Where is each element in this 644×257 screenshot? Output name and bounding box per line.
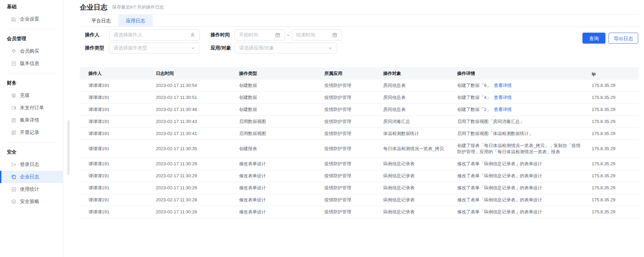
cell-app: 疫情防护管理 <box>319 104 378 116</box>
filter-row-2: 操作类型 请选择操作类型 应用/对象 请选择应用/对象 <box>80 43 638 54</box>
cell-ip: 175.8.35.29 <box>586 80 638 92</box>
operator-input[interactable]: 请选择操作人 <box>109 30 200 41</box>
cell-object: 房间消毒汇总 <box>378 116 452 128</box>
cell-operator: 谭谭谭191 <box>80 182 150 194</box>
detail-text: 修改了表单「病例信息记录表」的表单设计 <box>457 209 542 214</box>
sidebar-divider <box>7 73 56 74</box>
detail-text: 修改了表单「病例信息记录表」的表单设计 <box>457 173 542 178</box>
cell-time: 2023-02-17 11:30:29 <box>150 158 234 170</box>
tab-app-log[interactable]: 应用日志 <box>118 15 153 26</box>
sidebar-item-security-policy[interactable]: 安全策略 <box>0 195 63 208</box>
cell-operator: 谭谭谭191 <box>80 140 150 158</box>
sidebar-scrollbar-thumb[interactable] <box>67 120 69 175</box>
cell-detail: 创建了数据「4」查看详情 <box>452 92 586 104</box>
sidebar-item-invoice[interactable]: 开票记录 <box>0 126 63 139</box>
cell-app: 疫情防护管理 <box>319 140 378 158</box>
detail-text: 修改了表单「病例信息记录表」的表单设计 <box>457 185 542 190</box>
search-button[interactable]: 查询 <box>582 33 605 44</box>
detail-text: 创建了数据「6」 <box>457 83 491 88</box>
cell-time: 2023-02-17 11:30:51 <box>150 92 234 104</box>
column-header: 日志时间 <box>150 67 234 80</box>
sidebar-item-org[interactable]: 企业设置 <box>0 13 63 25</box>
org-icon <box>11 16 17 22</box>
table-row: 谭谭谭1912023-02-17 11:30:35创建报表疫情防护管理每日体温检… <box>80 140 638 158</box>
cell-time: 2023-02-17 11:30:35 <box>150 140 234 158</box>
sidebar-item-stats[interactable]: 使用统计 <box>0 183 63 195</box>
sidebar-item-label: 充值 <box>20 92 30 99</box>
cell-object: 房间信息表 <box>378 92 452 104</box>
cell-detail: 修改了表单「病例信息记录表」的表单设计 <box>452 182 586 194</box>
cell-type: 修改表单设计 <box>234 158 319 170</box>
cell-type: 启用数据视图 <box>234 128 319 140</box>
cell-app: 疫情防护管理 <box>319 206 378 218</box>
filter-row-1: 操作人 请选择操作人 操作时间 开始时间 ~ 结束时间 <box>80 30 638 41</box>
cell-ip: 175.8.35.29 <box>586 206 638 218</box>
cell-type: 修改表单设计 <box>234 206 319 218</box>
cell-ip: 175.8.35.29 <box>586 116 638 128</box>
main-content: 企业日志 保存最近6个月的操作日志 平台日志应用日志 操作人 请选择操作人 操作… <box>72 0 644 257</box>
cell-object: 病例信息记录表 <box>378 158 452 170</box>
table-row: 谭谭谭1912023-02-17 11:30:28修改表单设计疫情防护管理病例信… <box>80 206 638 218</box>
table-row: 谭谭谭1912023-02-17 11:30:29修改表单设计疫情防护管理病例信… <box>80 158 638 170</box>
tab-platform-log[interactable]: 平台日志 <box>84 15 118 26</box>
sidebar-item-wallet[interactable]: 未支付订单 <box>0 102 63 114</box>
stats-icon <box>11 187 17 192</box>
view-detail-link[interactable]: 查看详情 <box>494 83 512 88</box>
sidebar-item-version[interactable]: 版本信息 <box>0 57 63 70</box>
page-subtitle: 保存最近6个月的操作日志 <box>112 4 164 10</box>
sidebar-item-diamond[interactable]: 会员购买 <box>0 45 63 57</box>
sidebar-item-bill[interactable]: 账单详情 <box>0 114 63 126</box>
cell-type: 修改表单设计 <box>234 170 319 182</box>
tabs: 平台日志应用日志 <box>84 15 638 26</box>
column-header: ip <box>586 67 638 80</box>
view-detail-link[interactable]: 查看详情 <box>494 95 512 100</box>
cell-time: 2023-02-17 11:30:28 <box>150 206 234 218</box>
cell-object: 病例信息记录表 <box>378 182 452 194</box>
chevron-down-icon <box>191 46 195 51</box>
start-time-placeholder: 开始时间 <box>239 32 272 38</box>
cell-type: 创建数据 <box>234 92 319 104</box>
end-time-input[interactable]: 结束时间 <box>292 30 342 41</box>
detail-text: 修改了表单「病例信息记录表」的表单设计 <box>457 197 542 202</box>
cell-operator: 谭谭谭191 <box>80 170 150 182</box>
cell-ip: 175.8.35.29 <box>586 92 638 104</box>
cell-time: 2023-02-17 11:30:41 <box>150 128 234 140</box>
log-table: 操作人日志时间操作类型所属应用操作对象操作详情ip 谭谭谭1912023-02-… <box>80 67 638 218</box>
detail-text: 修改了表单「病例信息记录表」的表单设计 <box>457 161 542 166</box>
table-row: 谭谭谭1912023-02-17 11:30:48创建数据疫情防护管理房间信息表… <box>80 104 638 116</box>
view-detail-link[interactable]: 查看详情 <box>494 107 512 112</box>
sidebar-item-label: 未支付订单 <box>20 105 44 111</box>
cell-time: 2023-02-17 11:30:43 <box>150 116 234 128</box>
operation-type-select[interactable]: 请选择操作类型 <box>109 43 200 54</box>
sidebar-section-title: 安全 <box>0 146 63 158</box>
cell-detail: 修改了表单「病例信息记录表」的表单设计 <box>452 194 586 206</box>
sidebar-item-label: 登录日志 <box>20 161 39 168</box>
operator-placeholder: 请选择操作人 <box>114 32 187 38</box>
sidebar-item-recharge[interactable]: 充值 <box>0 89 63 102</box>
app-object-select[interactable]: 请选择应用/对象 <box>235 43 337 54</box>
cell-object: 房间信息表 <box>378 80 452 92</box>
column-header: 所属应用 <box>319 67 378 80</box>
chevron-down-icon <box>328 46 333 51</box>
sidebar-item-enterprise-log[interactable]: 企业日志 <box>0 171 63 183</box>
sidebar-item-login-log[interactable]: 登录日志 <box>0 158 63 171</box>
detail-text: 启用了数据视图「房间消毒汇总」 <box>457 119 524 124</box>
person-icon <box>190 32 195 38</box>
cell-operator: 谭谭谭191 <box>80 80 150 92</box>
operation-type-label: 操作类型 <box>80 45 109 51</box>
table-header-row: 操作人日志时间操作类型所属应用操作对象操作详情ip <box>80 67 638 80</box>
cell-app: 疫情防护管理 <box>319 194 378 206</box>
cell-operator: 谭谭谭191 <box>80 128 150 140</box>
cell-detail: 启用了数据视图「体温检测数据统计」 <box>452 128 586 140</box>
cell-object: 病例信息记录表 <box>378 170 452 182</box>
start-time-input[interactable]: 开始时间 <box>235 30 285 41</box>
cell-object: 房间信息表 <box>378 104 452 116</box>
diamond-icon <box>11 48 17 54</box>
calendar-icon <box>275 32 280 38</box>
sidebar-divider <box>7 142 56 143</box>
cell-detail: 修改了表单「病例信息记录表」的表单设计 <box>452 206 586 218</box>
cell-detail: 启用了数据视图「房间消毒汇总」 <box>452 116 586 128</box>
export-log-button[interactable]: 导出日志 <box>609 33 638 44</box>
cell-time: 2023-02-17 11:30:28 <box>150 194 234 206</box>
cell-app: 疫情防护管理 <box>319 182 378 194</box>
